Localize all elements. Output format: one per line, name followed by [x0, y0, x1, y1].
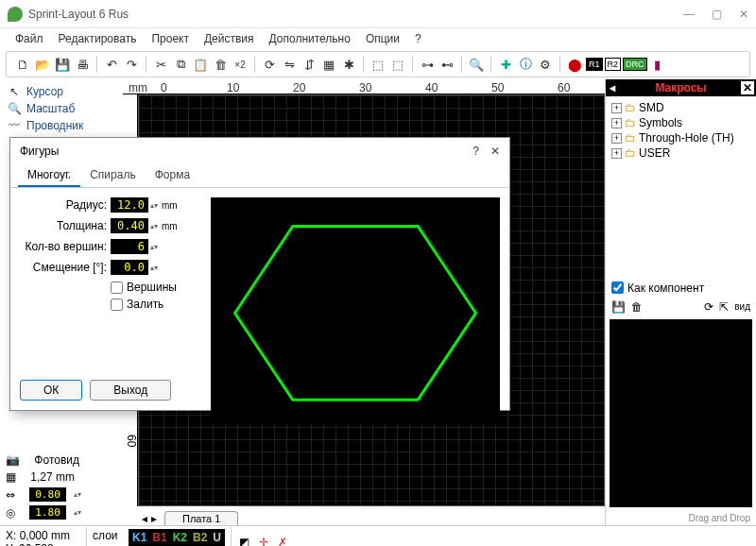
menu-extra[interactable]: Дополнительно — [264, 30, 356, 47]
tab-spiral[interactable]: Спираль — [80, 164, 145, 187]
dialog-form: Радиус:12.0▴▾mm Толщина:0.40▴▾mm Кол-во … — [20, 197, 199, 424]
board-tab-1[interactable]: Плата 1 — [164, 511, 238, 525]
layer-names[interactable]: K1 B1 K2 B2 U — [129, 529, 225, 546]
maximize-button[interactable]: ▢ — [712, 8, 722, 21]
vertices-chk-label: Вершины — [127, 281, 177, 294]
ruler-unit: mm — [129, 81, 147, 94]
record-icon[interactable]: ⬤ — [566, 56, 583, 73]
layer-k2[interactable]: K2 — [173, 531, 187, 544]
align-icon[interactable]: ▦ — [320, 56, 337, 73]
dialog-help-icon[interactable]: ? — [472, 145, 479, 158]
macros-close-icon[interactable]: ✕ — [741, 81, 754, 94]
width-value-1: 0.80 — [29, 487, 66, 502]
open-icon[interactable]: 📂 — [34, 56, 51, 73]
menu-options[interactable]: Опции — [360, 30, 405, 47]
stepper-icon[interactable]: ▴▾ — [150, 243, 158, 251]
expand-icon[interactable]: + — [611, 103, 622, 113]
activ-label: актив. — [93, 542, 125, 547]
expand-icon[interactable]: + — [611, 133, 622, 144]
menu-project[interactable]: Проект — [146, 30, 195, 47]
delete-icon[interactable]: 🗑 — [212, 56, 229, 73]
mirror-h-icon[interactable]: ⇋ — [281, 56, 298, 73]
sb-target-icon[interactable]: ✛ — [259, 536, 268, 547]
crosshair-icon[interactable]: ✚ — [497, 56, 514, 73]
redo-icon[interactable]: ↷ — [123, 56, 140, 73]
print-icon[interactable]: 🖶 — [74, 56, 91, 73]
toolbar: 🗋 📂 💾 🖶 ↶ ↷ ✂ ⧉ 📋 🗑 ×2 ⟳ ⇋ ⇵ ▦ ✱ ⬚ ⬚ ⊶ ⊷… — [6, 51, 750, 77]
layer-u[interactable]: U — [213, 531, 221, 544]
cancel-button[interactable]: Выход — [90, 380, 171, 401]
macro-import-icon[interactable]: ⇱ — [719, 300, 729, 314]
sb-disable-icon[interactable]: ✗ — [278, 536, 287, 547]
expand-icon[interactable]: + — [611, 118, 622, 128]
tab-polygon[interactable]: Многоуг. — [18, 164, 80, 187]
dialog-close-icon[interactable]: ✕ — [490, 145, 500, 158]
menu-help[interactable]: ? — [409, 30, 427, 47]
prev-board-icon[interactable]: ◂ — [142, 512, 147, 525]
palette-icon[interactable]: ▮ — [649, 56, 666, 73]
tree-item-smd[interactable]: +🗀SMD — [611, 100, 750, 115]
mirror-v-icon[interactable]: ⇵ — [301, 56, 318, 73]
tree-item-through-hole[interactable]: +🗀Through-Hole (TH) — [611, 130, 750, 145]
input-thickness[interactable]: 0.40 — [111, 218, 148, 233]
next-board-icon[interactable]: ▸ — [151, 512, 157, 525]
tree-item-symbols[interactable]: +🗀Symbols — [611, 115, 750, 130]
search-icon[interactable]: 🔍 — [468, 56, 485, 73]
menu-actions[interactable]: Действия — [198, 30, 260, 47]
ungroup-icon[interactable]: ⬚ — [389, 56, 406, 73]
width-setting-1[interactable]: ⇔ 0.80▴▾ — [6, 486, 117, 503]
expand-icon[interactable]: + — [611, 148, 622, 159]
menu-edit[interactable]: Редактировать — [53, 30, 143, 47]
undo-icon[interactable]: ↶ — [103, 56, 120, 73]
snap-icon[interactable]: ✱ — [340, 56, 357, 73]
stepper-icon[interactable]: ▴▾ — [150, 264, 158, 272]
sb-tool-icon[interactable]: ◩ — [239, 536, 249, 547]
menu-file[interactable]: Файл — [9, 30, 49, 47]
input-vertices[interactable]: 6 — [111, 239, 148, 254]
tool-track[interactable]: 〰Проводник — [6, 117, 117, 134]
cut-icon[interactable]: ✂ — [152, 56, 169, 73]
group-icon[interactable]: ⬚ — [369, 56, 387, 73]
layer-b2[interactable]: B2 — [193, 531, 207, 544]
width-setting-2[interactable]: ◎ 1.80▴▾ — [6, 503, 117, 521]
info-icon[interactable]: ⓘ — [517, 56, 534, 73]
check-vertices[interactable]: Вершины — [111, 281, 199, 294]
paste-icon[interactable]: 📋 — [192, 56, 209, 73]
badge-drc[interactable]: DRC — [623, 58, 647, 71]
rotate-icon[interactable]: ⟳ — [261, 56, 278, 73]
tree-item-user[interactable]: +🗀USER — [611, 145, 750, 161]
grid-setting[interactable]: ▦ 1,27 mm — [6, 469, 117, 486]
as-component-check[interactable]: Как компонент — [606, 278, 756, 299]
as-component-checkbox[interactable] — [611, 282, 624, 294]
macro-save-icon[interactable]: 💾 — [611, 300, 626, 314]
stepper-icon[interactable]: ▴▾ — [150, 201, 158, 210]
badge-r2[interactable]: R2 — [605, 58, 622, 71]
copy-icon[interactable]: ⧉ — [172, 56, 189, 73]
ok-button[interactable]: ОК — [20, 380, 82, 401]
remove-conn-icon[interactable]: ⊷ — [438, 56, 455, 73]
badge-r1[interactable]: R1 — [586, 58, 603, 71]
input-offset[interactable]: 0.0 — [111, 260, 148, 275]
close-button[interactable]: ✕ — [739, 8, 748, 21]
check-fill[interactable]: Залить — [111, 298, 199, 311]
minimize-button[interactable]: — — [683, 8, 695, 21]
layer-b1[interactable]: B1 — [152, 531, 166, 544]
tab-form[interactable]: Форма — [146, 164, 199, 187]
macro-refresh-icon[interactable]: ⟳ — [704, 300, 713, 314]
new-icon[interactable]: 🗋 — [14, 56, 31, 73]
fill-checkbox[interactable] — [111, 299, 123, 311]
gear-icon[interactable]: ⚙ — [537, 56, 554, 73]
collapse-left-icon[interactable]: ◂ — [610, 81, 615, 94]
input-radius[interactable]: 12.0 — [111, 197, 148, 213]
tool-zoom[interactable]: 🔍Масштаб — [6, 100, 117, 117]
save-icon[interactable]: 💾 — [54, 56, 71, 73]
macro-view-label[interactable]: вид — [734, 301, 750, 312]
photoview-button[interactable]: 📷 Фотовид — [6, 452, 117, 469]
layer-k1[interactable]: K1 — [132, 531, 146, 544]
macro-delete-icon[interactable]: 🗑 — [631, 300, 643, 314]
stepper-icon[interactable]: ▴▾ — [150, 222, 158, 230]
connections-icon[interactable]: ⊶ — [419, 56, 436, 73]
vertices-checkbox[interactable] — [111, 282, 123, 294]
tool-cursor[interactable]: ↖Курсор — [6, 83, 117, 100]
duplicate-icon[interactable]: ×2 — [232, 56, 249, 73]
